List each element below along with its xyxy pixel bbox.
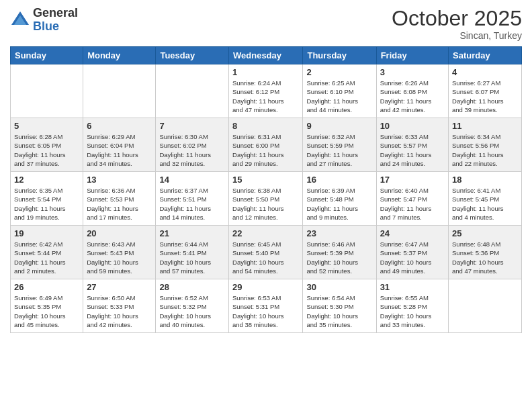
calendar-cell: 31Sunrise: 6:55 AM Sunset: 5:28 PM Dayli… bbox=[376, 279, 448, 333]
day-info: Sunrise: 6:43 AM Sunset: 5:43 PM Dayligh… bbox=[87, 240, 152, 275]
day-info: Sunrise: 6:28 AM Sunset: 6:05 PM Dayligh… bbox=[14, 132, 79, 168]
day-number: 19 bbox=[14, 228, 79, 238]
day-info: Sunrise: 6:35 AM Sunset: 5:54 PM Dayligh… bbox=[14, 186, 79, 222]
calendar-cell: 17Sunrise: 6:40 AM Sunset: 5:47 PM Dayli… bbox=[376, 172, 448, 226]
calendar-cell: 23Sunrise: 6:46 AM Sunset: 5:39 PM Dayli… bbox=[303, 226, 376, 279]
day-info: Sunrise: 6:26 AM Sunset: 6:08 PM Dayligh… bbox=[380, 79, 445, 114]
weekday-header-monday: Monday bbox=[83, 47, 156, 64]
day-number: 8 bbox=[232, 121, 299, 131]
weekday-header-friday: Friday bbox=[376, 47, 448, 64]
day-info: Sunrise: 6:42 AM Sunset: 5:44 PM Dayligh… bbox=[14, 240, 79, 275]
day-info: Sunrise: 6:48 AM Sunset: 5:36 PM Dayligh… bbox=[452, 240, 518, 275]
calendar-cell: 4Sunrise: 6:27 AM Sunset: 6:07 PM Daylig… bbox=[449, 64, 522, 118]
month-title: October 2025 bbox=[392, 7, 522, 30]
calendar-cell: 28Sunrise: 6:52 AM Sunset: 5:32 PM Dayli… bbox=[156, 279, 229, 333]
calendar-cell: 13Sunrise: 6:36 AM Sunset: 5:53 PM Dayli… bbox=[83, 172, 156, 226]
weekday-header-sunday: Sunday bbox=[11, 47, 83, 64]
day-info: Sunrise: 6:49 AM Sunset: 5:35 PM Dayligh… bbox=[14, 293, 79, 329]
calendar-cell: 25Sunrise: 6:48 AM Sunset: 5:36 PM Dayli… bbox=[449, 226, 522, 279]
day-number: 27 bbox=[87, 282, 152, 292]
day-number: 7 bbox=[159, 121, 225, 131]
day-info: Sunrise: 6:53 AM Sunset: 5:31 PM Dayligh… bbox=[232, 293, 299, 329]
day-info: Sunrise: 6:24 AM Sunset: 6:12 PM Dayligh… bbox=[232, 79, 299, 114]
day-number: 23 bbox=[306, 228, 372, 238]
day-info: Sunrise: 6:52 AM Sunset: 5:32 PM Dayligh… bbox=[159, 293, 225, 329]
day-info: Sunrise: 6:33 AM Sunset: 5:57 PM Dayligh… bbox=[380, 132, 445, 168]
day-info: Sunrise: 6:47 AM Sunset: 5:37 PM Dayligh… bbox=[380, 240, 445, 275]
calendar-cell bbox=[156, 64, 229, 118]
day-number: 13 bbox=[87, 175, 152, 185]
day-info: Sunrise: 6:46 AM Sunset: 5:39 PM Dayligh… bbox=[306, 240, 372, 275]
logo: General Blue bbox=[10, 7, 78, 34]
calendar-row-4: 19Sunrise: 6:42 AM Sunset: 5:44 PM Dayli… bbox=[11, 226, 522, 279]
day-number: 2 bbox=[306, 67, 372, 77]
calendar-cell bbox=[83, 64, 156, 118]
day-number: 21 bbox=[159, 228, 225, 238]
calendar-cell: 30Sunrise: 6:54 AM Sunset: 5:30 PM Dayli… bbox=[303, 279, 376, 333]
day-info: Sunrise: 6:32 AM Sunset: 5:59 PM Dayligh… bbox=[306, 132, 372, 168]
day-number: 18 bbox=[452, 175, 518, 185]
day-info: Sunrise: 6:25 AM Sunset: 6:10 PM Dayligh… bbox=[306, 79, 372, 114]
logo-general: General bbox=[33, 6, 78, 19]
day-info: Sunrise: 6:30 AM Sunset: 6:02 PM Dayligh… bbox=[159, 132, 225, 168]
calendar-cell: 3Sunrise: 6:26 AM Sunset: 6:08 PM Daylig… bbox=[376, 64, 448, 118]
day-number: 11 bbox=[452, 121, 518, 131]
day-number: 10 bbox=[380, 121, 445, 131]
day-number: 28 bbox=[159, 282, 225, 292]
day-number: 16 bbox=[306, 175, 372, 185]
day-info: Sunrise: 6:44 AM Sunset: 5:41 PM Dayligh… bbox=[159, 240, 225, 275]
day-info: Sunrise: 6:45 AM Sunset: 5:40 PM Dayligh… bbox=[232, 240, 299, 275]
calendar-cell: 14Sunrise: 6:37 AM Sunset: 5:51 PM Dayli… bbox=[156, 172, 229, 226]
calendar-row-5: 26Sunrise: 6:49 AM Sunset: 5:35 PM Dayli… bbox=[11, 279, 522, 333]
calendar-cell: 1Sunrise: 6:24 AM Sunset: 6:12 PM Daylig… bbox=[229, 64, 303, 118]
calendar-cell: 22Sunrise: 6:45 AM Sunset: 5:40 PM Dayli… bbox=[229, 226, 303, 279]
calendar-cell: 24Sunrise: 6:47 AM Sunset: 5:37 PM Dayli… bbox=[376, 226, 448, 279]
calendar-cell: 8Sunrise: 6:31 AM Sunset: 6:00 PM Daylig… bbox=[229, 118, 303, 172]
day-number: 20 bbox=[87, 228, 152, 238]
day-info: Sunrise: 6:50 AM Sunset: 5:33 PM Dayligh… bbox=[87, 293, 152, 329]
logo-text: General Blue bbox=[33, 7, 78, 34]
day-number: 14 bbox=[159, 175, 225, 185]
day-number: 6 bbox=[87, 121, 152, 131]
calendar-cell: 10Sunrise: 6:33 AM Sunset: 5:57 PM Dayli… bbox=[376, 118, 448, 172]
day-number: 25 bbox=[452, 228, 518, 238]
calendar-cell: 9Sunrise: 6:32 AM Sunset: 5:59 PM Daylig… bbox=[303, 118, 376, 172]
weekday-header-wednesday: Wednesday bbox=[229, 47, 303, 64]
calendar-cell: 6Sunrise: 6:29 AM Sunset: 6:04 PM Daylig… bbox=[83, 118, 156, 172]
calendar-row-1: 1Sunrise: 6:24 AM Sunset: 6:12 PM Daylig… bbox=[11, 64, 522, 118]
day-info: Sunrise: 6:29 AM Sunset: 6:04 PM Dayligh… bbox=[87, 132, 152, 168]
day-number: 1 bbox=[232, 67, 299, 77]
calendar-row-2: 5Sunrise: 6:28 AM Sunset: 6:05 PM Daylig… bbox=[11, 118, 522, 172]
day-info: Sunrise: 6:40 AM Sunset: 5:47 PM Dayligh… bbox=[380, 186, 445, 222]
calendar-row-3: 12Sunrise: 6:35 AM Sunset: 5:54 PM Dayli… bbox=[11, 172, 522, 226]
day-info: Sunrise: 6:39 AM Sunset: 5:48 PM Dayligh… bbox=[306, 186, 372, 222]
day-info: Sunrise: 6:36 AM Sunset: 5:53 PM Dayligh… bbox=[87, 186, 152, 222]
calendar-cell: 16Sunrise: 6:39 AM Sunset: 5:48 PM Dayli… bbox=[303, 172, 376, 226]
day-number: 24 bbox=[380, 228, 445, 238]
day-number: 4 bbox=[452, 67, 518, 77]
calendar-cell: 29Sunrise: 6:53 AM Sunset: 5:31 PM Dayli… bbox=[229, 279, 303, 333]
page: General Blue October 2025 Sincan, Turkey… bbox=[0, 0, 532, 411]
weekday-header-saturday: Saturday bbox=[449, 47, 522, 64]
calendar-cell: 26Sunrise: 6:49 AM Sunset: 5:35 PM Dayli… bbox=[11, 279, 83, 333]
day-number: 15 bbox=[232, 175, 299, 185]
day-info: Sunrise: 6:37 AM Sunset: 5:51 PM Dayligh… bbox=[159, 186, 225, 222]
day-number: 5 bbox=[14, 121, 79, 131]
calendar-cell: 5Sunrise: 6:28 AM Sunset: 6:05 PM Daylig… bbox=[11, 118, 83, 172]
day-info: Sunrise: 6:34 AM Sunset: 5:56 PM Dayligh… bbox=[452, 132, 518, 168]
title-block: October 2025 Sincan, Turkey bbox=[392, 7, 522, 41]
calendar-cell bbox=[11, 64, 83, 118]
weekday-header-thursday: Thursday bbox=[303, 47, 376, 64]
calendar-table: SundayMondayTuesdayWednesdayThursdayFrid… bbox=[10, 46, 522, 333]
day-number: 26 bbox=[14, 282, 79, 292]
header: General Blue October 2025 Sincan, Turkey bbox=[10, 7, 522, 41]
day-number: 30 bbox=[306, 282, 372, 292]
calendar-cell: 2Sunrise: 6:25 AM Sunset: 6:10 PM Daylig… bbox=[303, 64, 376, 118]
day-number: 9 bbox=[306, 121, 372, 131]
day-number: 3 bbox=[380, 67, 445, 77]
calendar-cell: 27Sunrise: 6:50 AM Sunset: 5:33 PM Dayli… bbox=[83, 279, 156, 333]
day-number: 31 bbox=[380, 282, 445, 292]
calendar-cell: 7Sunrise: 6:30 AM Sunset: 6:02 PM Daylig… bbox=[156, 118, 229, 172]
day-info: Sunrise: 6:55 AM Sunset: 5:28 PM Dayligh… bbox=[380, 293, 445, 329]
calendar-cell: 18Sunrise: 6:41 AM Sunset: 5:45 PM Dayli… bbox=[449, 172, 522, 226]
